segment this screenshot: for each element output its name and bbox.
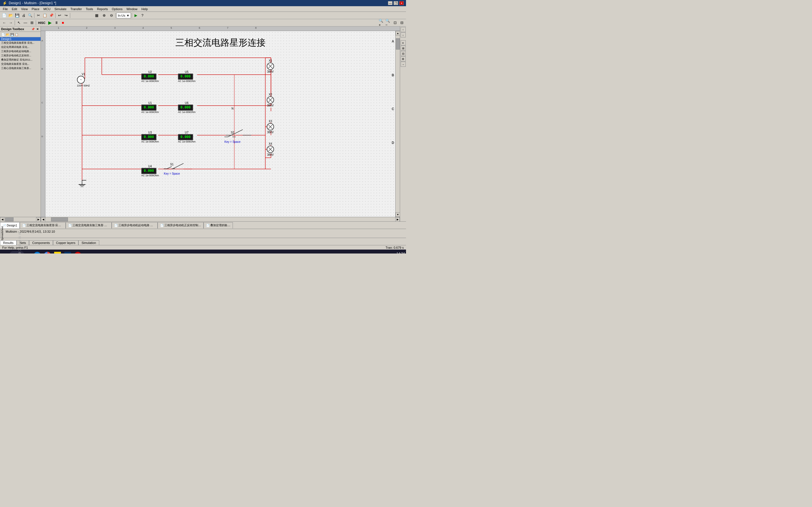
taskbar-chrome-icon[interactable] (43, 251, 52, 253)
minimize-button[interactable]: — (388, 1, 393, 5)
dt-scroll-thumb[interactable] (5, 217, 13, 221)
menu-edit[interactable]: Edit (10, 7, 19, 11)
dt-item-1[interactable]: 三相交流电路实验星形 应化... (0, 41, 41, 45)
zoom-fit-button[interactable]: ⊡ (392, 20, 398, 26)
print-button[interactable]: 🖨 (20, 12, 27, 18)
menu-view[interactable]: View (19, 7, 30, 11)
menu-reports[interactable]: Reports (95, 7, 110, 11)
menu-bar: File Edit View Place MCU Simulate Transf… (0, 6, 406, 12)
bptab-copper[interactable]: Copper layers (53, 240, 79, 245)
dt-item-7[interactable]: 三相心流电路实验三角形... (0, 66, 41, 70)
taskbar-explorer-icon[interactable]: 📁 (53, 251, 62, 253)
tab-1[interactable]: 📄 三相交流电路实验星形 应化2011王海123 (20, 222, 66, 228)
wire-tool[interactable]: — (22, 20, 29, 26)
rp-btn-3[interactable]: ≡ (401, 40, 406, 45)
u1-display: 0.000 (141, 105, 156, 111)
menu-window[interactable]: Window (124, 7, 139, 11)
dt-item-4[interactable]: 三相异步电动机正反转控... (0, 54, 41, 58)
dt-scroll-right[interactable]: ▶ (36, 217, 41, 222)
taskbar-task-view[interactable]: ⧉ (22, 251, 32, 253)
schematic-canvas[interactable]: A B C D 三相交流电路星形连接 (45, 31, 395, 217)
menu-file[interactable]: File (1, 7, 10, 11)
scroll-up-button[interactable]: ▲ (396, 31, 400, 36)
close-button[interactable]: ✕ (399, 1, 404, 5)
rp-btn-2[interactable]: ↓ (401, 33, 406, 38)
dt-copy-icon[interactable]: 📋 (15, 33, 18, 36)
taskbar-record-icon[interactable]: ● (73, 251, 82, 253)
scroll-down-button[interactable]: ▼ (396, 212, 400, 217)
menu-options[interactable]: Options (110, 7, 124, 11)
sim-pause-button[interactable]: ⏸ (53, 20, 59, 26)
dt-close-icon[interactable]: ✕ (36, 27, 40, 31)
rp-btn-5[interactable]: ⊟ (401, 51, 406, 56)
taskbar-multisim-icon[interactable]: M (63, 251, 72, 253)
copy-button[interactable]: 📋 (42, 12, 48, 18)
zoom-custom-button[interactable]: ⊟ (399, 20, 405, 26)
search-box[interactable]: 🔍 在这里输入你要搜索的内容 (9, 251, 24, 253)
dt-item-design1[interactable]: Design1 (0, 37, 41, 41)
dt-open-icon[interactable]: 📂 (6, 33, 10, 36)
sim-stop-button[interactable]: ■ (60, 20, 66, 26)
zoom-in-button[interactable]: ⊕ (101, 12, 107, 18)
zoom-in2-button[interactable]: 🔍+ (378, 20, 385, 26)
rp-btn-6[interactable]: ⚙ (401, 56, 406, 61)
tab-2[interactable]: 📄 三相交流电路实验三角形 应化2011王海123 (66, 222, 112, 228)
new-button[interactable]: 📄 (1, 12, 7, 18)
bptab-results[interactable]: Results (0, 240, 17, 245)
run-button[interactable]: ▶ (133, 12, 139, 18)
sim-run-button[interactable]: ▶ (47, 20, 53, 26)
back-button[interactable]: ← (1, 20, 7, 26)
h-scroll-left-button[interactable]: ◀ (41, 217, 45, 221)
tab-3[interactable]: 📄 三相异步电动机起动电路 应化2011王海123 (112, 222, 158, 228)
open-button[interactable]: 📂 (8, 12, 14, 18)
arrow-tool[interactable]: ↖ (16, 20, 22, 26)
maximize-button[interactable]: ❐ (394, 1, 398, 5)
bptab-simulation[interactable]: Simulation (79, 240, 99, 245)
rp-btn-4[interactable]: ⊞ (401, 46, 406, 51)
dt-scroll-left[interactable]: ◀ (0, 217, 4, 222)
redo-button[interactable]: ↪ (63, 12, 69, 18)
menu-help[interactable]: Help (140, 7, 150, 11)
dt-item-6[interactable]: 交流电路实验星形 应化... (0, 62, 41, 66)
dt-pin-icon[interactable]: 📌 (31, 27, 35, 31)
bptab-components[interactable]: Components (29, 240, 53, 245)
h-scroll-right-button[interactable]: ▶ (395, 217, 400, 221)
paste-button[interactable]: 📌 (48, 12, 54, 18)
s1-key: Key = Space (164, 172, 180, 175)
v1-label: V1 (77, 73, 90, 76)
menu-tools[interactable]: Tools (84, 7, 95, 11)
dt-item-3[interactable]: 三相异步电动机起动电路... (0, 49, 41, 54)
dt-new-icon[interactable]: 📄 (1, 33, 5, 36)
menu-place[interactable]: Place (30, 7, 41, 11)
s2-component: S2 Key = Space (224, 131, 241, 144)
scroll-thumb[interactable] (396, 38, 400, 50)
zoom-out2-button[interactable]: 🔍− (385, 20, 391, 26)
zoom-out-button[interactable]: ⊖ (108, 12, 114, 18)
rp-btn-7[interactable]: → (401, 62, 406, 67)
design-toolbox-header: Design Toolbox 📌 ✕ (0, 26, 41, 32)
clock-time: 14:34 (396, 252, 405, 254)
save-button[interactable]: 💾 (14, 12, 20, 18)
grid-button[interactable]: ▦ (94, 12, 100, 18)
taskbar-search-icon[interactable]: 🔍 在这里输入你要搜索的内容 (12, 251, 21, 253)
h-scroll-thumb[interactable] (51, 217, 68, 221)
tab-5[interactable]: 📄 叠加定理的验.... (204, 222, 233, 228)
window-controls: — ❐ ✕ (388, 1, 404, 5)
dt-item-2[interactable]: 信定化用调试电路 应化... (0, 45, 41, 49)
view-dropdown[interactable]: In-Us ▼ (116, 13, 131, 18)
undo-button[interactable]: ↩ (56, 12, 63, 18)
help-button[interactable]: ? (139, 12, 146, 18)
menu-mcu[interactable]: MCU (42, 7, 52, 11)
component-tool[interactable]: ⊞ (29, 20, 35, 26)
taskbar-edge-icon[interactable]: e (33, 251, 42, 253)
menu-transfer[interactable]: Transfer (69, 7, 84, 11)
fwd-button[interactable]: → (8, 20, 14, 26)
menu-simulate[interactable]: Simulate (53, 7, 68, 11)
dt-save-icon[interactable]: 💾 (10, 33, 14, 36)
rp-btn-1[interactable]: ↑ (401, 27, 406, 32)
print-preview-button[interactable]: 🔍 (27, 12, 33, 18)
cut-button[interactable]: ✂ (35, 12, 42, 18)
dt-item-5[interactable]: 叠加定理的验证 应化2011... (0, 58, 41, 62)
tab-4[interactable]: 📄 三相异步电动机正反转控制电路 应化2011王海123 (158, 222, 204, 228)
x2-component: X2 380V (266, 93, 274, 107)
